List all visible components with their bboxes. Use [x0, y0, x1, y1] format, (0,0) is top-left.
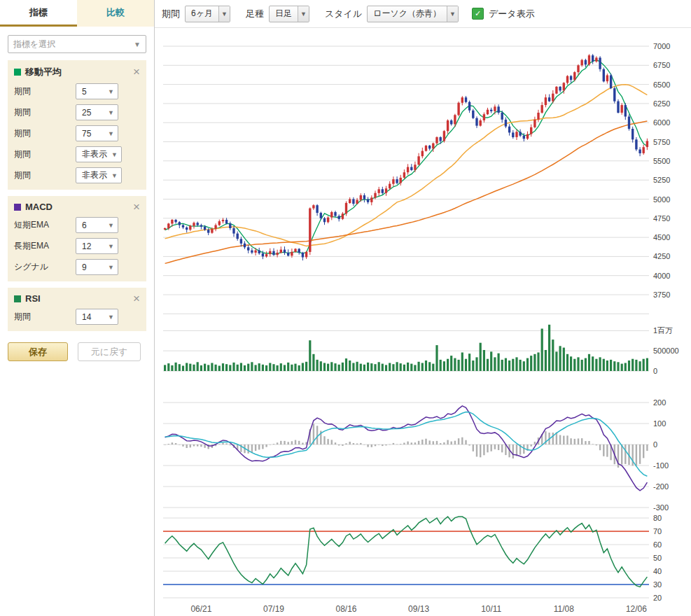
- svg-text:0: 0: [653, 440, 657, 449]
- tab-compare[interactable]: 比較: [77, 0, 154, 27]
- macd-fast-ema-select[interactable]: 6▼: [76, 217, 118, 233]
- ma-period-4-select[interactable]: 非表示▼: [76, 146, 122, 162]
- macd-slow-ema-select[interactable]: 12▼: [76, 238, 118, 254]
- indicator-panel-macd: MACD × 短期EMA 6▼ 長期EMA 12▼ シグナル 9▼: [8, 196, 146, 281]
- svg-text:6250: 6250: [653, 99, 670, 108]
- svg-text:6750: 6750: [653, 61, 670, 69]
- svg-text:09/13: 09/13: [408, 604, 429, 614]
- chevron-down-icon: ▼: [134, 41, 141, 48]
- svg-text:06/21: 06/21: [190, 604, 211, 614]
- rsi-period-select[interactable]: 14▼: [76, 309, 118, 325]
- chevron-down-icon: ▼: [108, 109, 114, 116]
- svg-text:-300: -300: [653, 503, 669, 512]
- panel-header: 移動平均 ×: [14, 66, 140, 78]
- setting-row: 期間 25▼: [14, 104, 140, 120]
- close-icon[interactable]: ×: [133, 67, 140, 77]
- svg-text:-200: -200: [653, 482, 669, 491]
- ma-period-3-select[interactable]: 75▼: [76, 125, 118, 141]
- setting-label: シグナル: [14, 261, 76, 273]
- ma-period-1-select[interactable]: 5▼: [76, 83, 118, 99]
- svg-text:7000: 7000: [653, 42, 670, 50]
- setting-label: 期間: [14, 85, 76, 97]
- chevron-down-icon: ▼: [298, 6, 309, 22]
- svg-text:60: 60: [653, 540, 662, 549]
- svg-text:30: 30: [653, 580, 662, 589]
- svg-text:5000: 5000: [653, 195, 670, 204]
- setting-row: 期間 非表示▼: [14, 146, 140, 162]
- data-display-label: データ表示: [489, 8, 535, 20]
- chart-svg: 3750400042504500475050005250550057506000…: [155, 28, 691, 615]
- svg-text:0: 0: [653, 367, 657, 375]
- bar-type-dropdown[interactable]: 日足 ▼: [269, 6, 309, 22]
- data-display-checkbox[interactable]: ✓: [472, 8, 484, 20]
- panel-title: RSI: [25, 293, 133, 304]
- series-color-swatch: [14, 69, 21, 76]
- svg-text:80: 80: [653, 514, 662, 522]
- setting-row: 期間 14▼: [14, 309, 140, 325]
- setting-label: 期間: [14, 106, 76, 118]
- period-label: 期間: [162, 8, 180, 20]
- svg-text:70: 70: [653, 527, 662, 536]
- close-icon[interactable]: ×: [133, 294, 140, 304]
- series-color-swatch: [14, 295, 21, 302]
- chart-toolbar: 期間 6ヶ月 ▼ 足種 日足 ▼ スタイル ローソク（赤青） ▼ ✓ データ表示: [155, 0, 691, 28]
- chevron-down-icon: ▼: [111, 151, 118, 158]
- setting-row: 期間 非表示▼: [14, 167, 140, 183]
- svg-text:4750: 4750: [653, 214, 670, 223]
- svg-text:10/11: 10/11: [481, 604, 501, 614]
- svg-text:200: 200: [653, 398, 666, 407]
- series-color-swatch: [14, 204, 21, 211]
- close-icon[interactable]: ×: [133, 202, 140, 212]
- svg-text:50: 50: [653, 554, 662, 562]
- sidebar-tabs: 指標 比較: [0, 0, 154, 27]
- setting-label: 期間: [14, 311, 76, 323]
- chevron-down-icon: ▼: [108, 88, 114, 95]
- setting-label: 長期EMA: [14, 240, 76, 252]
- bar-type-label: 足種: [246, 8, 264, 20]
- svg-text:5500: 5500: [653, 157, 670, 165]
- main-content: 期間 6ヶ月 ▼ 足種 日足 ▼ スタイル ローソク（赤青） ▼ ✓ データ表示…: [155, 0, 691, 616]
- setting-label: 期間: [14, 127, 76, 139]
- ma-period-5-select[interactable]: 非表示▼: [76, 167, 122, 183]
- stock-chart-app: 指標 比較 指標を選択 ▼ 移動平均 × 期間 5▼ 期間 25▼ 期間: [0, 0, 691, 616]
- reset-button[interactable]: 元に戻す: [78, 342, 141, 361]
- chevron-down-icon: ▼: [108, 130, 114, 137]
- chart-area[interactable]: 3750400042504500475050005250550057506000…: [155, 28, 691, 616]
- setting-row: 長期EMA 12▼: [14, 238, 140, 254]
- setting-row: 期間 5▼: [14, 83, 140, 99]
- svg-text:12/06: 12/06: [626, 604, 647, 614]
- svg-text:500000: 500000: [653, 346, 679, 355]
- svg-text:6000: 6000: [653, 118, 670, 127]
- tab-indicators[interactable]: 指標: [0, 0, 77, 27]
- svg-text:4500: 4500: [653, 233, 670, 241]
- panel-title: MACD: [25, 202, 133, 212]
- svg-text:07/19: 07/19: [263, 604, 284, 614]
- indicator-select[interactable]: 指標を選択 ▼: [8, 35, 146, 53]
- setting-row: 短期EMA 6▼: [14, 217, 140, 233]
- chevron-down-icon: ▼: [111, 172, 118, 179]
- chevron-down-icon: ▼: [108, 243, 114, 250]
- setting-label: 期間: [14, 148, 76, 160]
- save-button[interactable]: 保存: [8, 342, 68, 361]
- chevron-down-icon: ▼: [108, 222, 114, 229]
- svg-text:5750: 5750: [653, 138, 670, 146]
- svg-text:100: 100: [653, 419, 666, 428]
- style-dropdown[interactable]: ローソク（赤青） ▼: [367, 6, 459, 22]
- macd-signal-select[interactable]: 9▼: [76, 259, 118, 275]
- indicator-panel-moving-average: 移動平均 × 期間 5▼ 期間 25▼ 期間 75▼ 期間 非表示▼ 期間 非表…: [8, 60, 146, 190]
- svg-text:-100: -100: [653, 461, 669, 470]
- svg-text:08/16: 08/16: [335, 604, 356, 614]
- svg-text:11/08: 11/08: [554, 604, 574, 614]
- svg-text:1百万: 1百万: [653, 326, 673, 335]
- setting-row: シグナル 9▼: [14, 259, 140, 275]
- indicator-panel-rsi: RSI × 期間 14▼: [8, 288, 146, 331]
- style-label: スタイル: [325, 8, 362, 20]
- panel-header: MACD ×: [14, 202, 140, 212]
- ma-period-2-select[interactable]: 25▼: [76, 104, 118, 120]
- svg-text:3750: 3750: [653, 290, 670, 299]
- svg-text:20: 20: [653, 594, 662, 602]
- setting-row: 期間 75▼: [14, 125, 140, 141]
- period-dropdown[interactable]: 6ヶ月 ▼: [185, 6, 230, 22]
- chevron-down-icon: ▼: [447, 6, 458, 22]
- indicator-select-placeholder: 指標を選択: [13, 38, 55, 50]
